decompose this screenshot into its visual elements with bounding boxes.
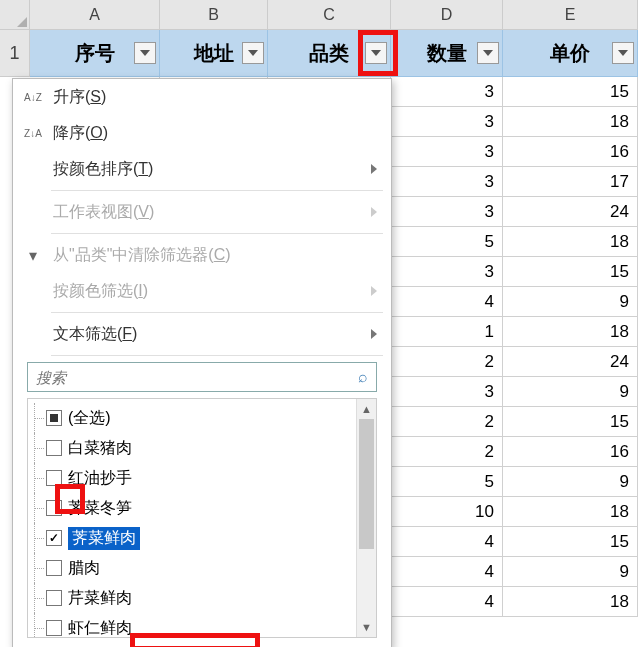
checklist-item[interactable]: 荠菜冬笋 bbox=[28, 493, 356, 523]
col-header-D[interactable]: D bbox=[391, 0, 503, 30]
cell[interactable]: 1 bbox=[391, 317, 503, 347]
cell[interactable]: 4 bbox=[391, 527, 503, 557]
header-label: 单价 bbox=[550, 40, 590, 67]
header-label: 地址 bbox=[194, 40, 234, 67]
header-label: 品类 bbox=[309, 40, 349, 67]
checklist-item[interactable]: 白菜猪肉 bbox=[28, 433, 356, 463]
checklist-item[interactable]: 腊肉 bbox=[28, 553, 356, 583]
select-all-corner[interactable] bbox=[0, 0, 30, 30]
cell[interactable]: 10 bbox=[391, 497, 503, 527]
search-icon: ⌕ bbox=[350, 368, 376, 386]
cell[interactable]: 15 bbox=[503, 527, 638, 557]
menu-sort-asc[interactable]: A↓Z 升序(S) bbox=[13, 79, 391, 115]
checklist-label: 荠菜冬笋 bbox=[68, 498, 132, 519]
cell[interactable]: 18 bbox=[503, 227, 638, 257]
separator bbox=[51, 190, 383, 191]
cell[interactable]: 2 bbox=[391, 437, 503, 467]
checkbox[interactable] bbox=[46, 470, 62, 486]
checklist-item[interactable]: 红油抄手 bbox=[28, 463, 356, 493]
checklist-label: 红油抄手 bbox=[68, 468, 132, 489]
checkbox[interactable] bbox=[46, 500, 62, 516]
checkbox[interactable] bbox=[46, 530, 62, 546]
cell[interactable]: 9 bbox=[503, 467, 638, 497]
cell[interactable]: 2 bbox=[391, 407, 503, 437]
checklist-item[interactable]: (全选) bbox=[28, 403, 356, 433]
cell[interactable]: 15 bbox=[503, 407, 638, 437]
cell[interactable]: 3 bbox=[391, 77, 503, 107]
menu-text-filter[interactable]: 文本筛选(F) bbox=[13, 316, 391, 352]
cell[interactable]: 9 bbox=[503, 557, 638, 587]
cell[interactable]: 3 bbox=[391, 137, 503, 167]
label: 按颜色筛选(I) bbox=[53, 281, 148, 302]
label: 降序(O) bbox=[53, 123, 108, 144]
scrollbar[interactable]: ▲ ▼ bbox=[356, 399, 376, 637]
checklist-label: (全选) bbox=[68, 408, 111, 429]
filter-button-E[interactable] bbox=[612, 42, 634, 64]
col-header-A[interactable]: A bbox=[30, 0, 160, 30]
filter-button-D[interactable] bbox=[477, 42, 499, 64]
cell[interactable]: 16 bbox=[503, 437, 638, 467]
cell[interactable]: 18 bbox=[503, 587, 638, 617]
cell[interactable]: 9 bbox=[503, 287, 638, 317]
search-input[interactable] bbox=[28, 369, 350, 386]
row-header-1[interactable]: 1 bbox=[0, 30, 30, 77]
cell[interactable]: 4 bbox=[391, 557, 503, 587]
cell[interactable]: 24 bbox=[503, 347, 638, 377]
filter-search-box[interactable]: ⌕ bbox=[27, 362, 377, 392]
cell[interactable]: 18 bbox=[503, 497, 638, 527]
menu-filter-by-color: 按颜色筛选(I) bbox=[13, 273, 391, 309]
cell[interactable]: 2 bbox=[391, 347, 503, 377]
checklist-label: 白菜猪肉 bbox=[68, 438, 132, 459]
submenu-arrow-icon bbox=[371, 164, 377, 174]
col-header-C[interactable]: C bbox=[268, 0, 391, 30]
checkbox[interactable] bbox=[46, 560, 62, 576]
cell[interactable]: 4 bbox=[391, 587, 503, 617]
cell[interactable]: 18 bbox=[503, 107, 638, 137]
header-cell-D: 数量 bbox=[391, 30, 503, 77]
label: 工作表视图(V) bbox=[53, 202, 154, 223]
cell[interactable]: 5 bbox=[391, 227, 503, 257]
cell[interactable]: 9 bbox=[503, 377, 638, 407]
separator bbox=[51, 355, 383, 356]
checklist-label: 芹菜鲜肉 bbox=[68, 588, 132, 609]
cell[interactable]: 3 bbox=[391, 377, 503, 407]
checklist-label: 荠菜鲜肉 bbox=[68, 527, 140, 550]
filter-button-C[interactable] bbox=[365, 42, 387, 64]
header-cell-E: 单价 bbox=[503, 30, 638, 77]
checklist-item[interactable]: 虾仁鲜肉 bbox=[28, 613, 356, 637]
scroll-thumb[interactable] bbox=[359, 419, 374, 549]
header-label: 数量 bbox=[427, 40, 467, 67]
cell[interactable]: 18 bbox=[503, 317, 638, 347]
submenu-arrow-icon bbox=[371, 286, 377, 296]
cell[interactable]: 3 bbox=[391, 167, 503, 197]
scroll-up-icon[interactable]: ▲ bbox=[357, 399, 376, 419]
menu-sort-desc[interactable]: Z↓A 降序(O) bbox=[13, 115, 391, 151]
checkbox[interactable] bbox=[46, 620, 62, 636]
cell[interactable]: 15 bbox=[503, 77, 638, 107]
cell[interactable]: 24 bbox=[503, 197, 638, 227]
checkbox[interactable] bbox=[46, 590, 62, 606]
menu-sort-by-color[interactable]: 按颜色排序(T) bbox=[13, 151, 391, 187]
col-header-E[interactable]: E bbox=[503, 0, 638, 30]
checkbox[interactable] bbox=[46, 410, 62, 426]
cell[interactable]: 5 bbox=[391, 467, 503, 497]
filter-button-B[interactable] bbox=[242, 42, 264, 64]
cell[interactable]: 17 bbox=[503, 167, 638, 197]
cell[interactable]: 3 bbox=[391, 107, 503, 137]
cell[interactable]: 4 bbox=[391, 287, 503, 317]
checkbox[interactable] bbox=[46, 440, 62, 456]
column-headers-row: ABCDE bbox=[30, 0, 638, 30]
cell[interactable]: 3 bbox=[391, 197, 503, 227]
sort-asc-icon: A↓Z bbox=[23, 87, 43, 107]
scroll-down-icon[interactable]: ▼ bbox=[357, 617, 376, 637]
header-cell-B: 地址 bbox=[160, 30, 268, 77]
checklist-item[interactable]: 荠菜鲜肉 bbox=[28, 523, 356, 553]
checklist-item[interactable]: 芹菜鲜肉 bbox=[28, 583, 356, 613]
label: 升序(S) bbox=[53, 87, 106, 108]
cell[interactable]: 15 bbox=[503, 257, 638, 287]
cell[interactable]: 16 bbox=[503, 137, 638, 167]
cell[interactable]: 3 bbox=[391, 257, 503, 287]
col-header-B[interactable]: B bbox=[160, 0, 268, 30]
menu-clear-filter: ▾ 从"品类"中清除筛选器(C) bbox=[13, 237, 391, 273]
filter-button-A[interactable] bbox=[134, 42, 156, 64]
